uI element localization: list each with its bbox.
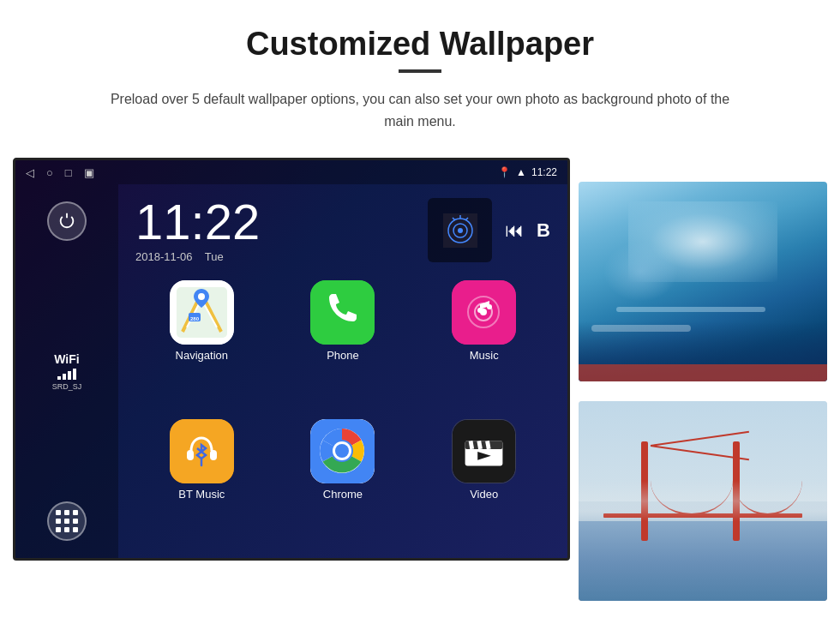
media-icon-box xyxy=(428,198,492,262)
clock-date-value: 2018-11-06 xyxy=(135,250,193,263)
status-left: ◁ ○ □ ▣ xyxy=(26,166,94,179)
media-controls: ⏮ B xyxy=(428,198,550,262)
app-item-music[interactable]: Music xyxy=(417,280,550,411)
center-content: 11:22 2018-11-06 Tue xyxy=(118,184,567,558)
wifi-bar-3 xyxy=(68,371,71,380)
app-label-navigation: Navigation xyxy=(176,349,228,362)
wallpaper-panel: CarSetting xyxy=(579,182,827,601)
carsetting-label: CarSetting xyxy=(676,385,729,398)
status-time: 11:22 xyxy=(531,166,557,178)
page-description: Preload over 5 default wallpaper options… xyxy=(99,88,741,132)
sidebar: WiFi SRD_SJ xyxy=(15,184,118,558)
clock-time: 11:22 xyxy=(135,197,260,247)
status-right: 📍 ▲ 11:22 xyxy=(498,166,557,178)
wifi-ssid: SRD_SJ xyxy=(52,382,82,391)
app-label-phone: Phone xyxy=(327,349,359,362)
svg-point-6 xyxy=(198,293,205,300)
svg-rect-9 xyxy=(310,280,375,345)
wifi-bars xyxy=(57,369,76,380)
app-item-bt-music[interactable]: BT Music xyxy=(135,419,268,549)
app-item-video[interactable]: Video xyxy=(417,419,550,549)
app-item-chrome[interactable]: Chrome xyxy=(277,419,410,549)
wifi-bar-1 xyxy=(57,376,61,380)
recent-nav-icon[interactable]: □ xyxy=(65,166,72,179)
media-letter: B xyxy=(537,219,550,242)
wifi-bar-2 xyxy=(63,374,66,380)
svg-point-15 xyxy=(487,304,492,309)
svg-rect-17 xyxy=(187,450,194,460)
prev-track-button[interactable]: ⏮ xyxy=(505,219,524,242)
cam-nav-icon[interactable]: ▣ xyxy=(84,166,94,179)
location-icon: 📍 xyxy=(498,166,511,178)
clock-area: 11:22 2018-11-06 Tue xyxy=(118,184,567,272)
svg-point-14 xyxy=(477,308,483,313)
carsetting-area: CarSetting xyxy=(579,385,827,398)
title-divider xyxy=(399,69,441,73)
svg-text:280: 280 xyxy=(190,316,200,321)
app-item-phone[interactable]: Phone xyxy=(277,280,410,411)
screen-content: WiFi SRD_SJ xyxy=(15,184,567,558)
power-button[interactable] xyxy=(47,201,87,241)
signal-icon: ▲ xyxy=(516,166,526,178)
grid-dots-icon xyxy=(56,510,78,532)
wifi-label: WiFi xyxy=(54,352,79,366)
page-title: Customized Wallpaper xyxy=(246,26,594,63)
clock-date: 2018-11-06 Tue xyxy=(135,250,260,263)
svg-rect-18 xyxy=(210,450,217,460)
home-nav-icon[interactable]: ○ xyxy=(46,166,53,179)
clock-day: Tue xyxy=(205,250,224,263)
wallpaper-ice xyxy=(579,182,827,381)
app-label-bt-music: BT Music xyxy=(178,488,225,501)
svg-point-23 xyxy=(335,444,349,458)
wifi-bar-4 xyxy=(73,369,76,380)
back-nav-icon[interactable]: ◁ xyxy=(26,166,34,179)
wifi-widget: WiFi SRD_SJ xyxy=(52,352,82,391)
device-wrapper: ◁ ○ □ ▣ 📍 ▲ 11:22 WiFi xyxy=(13,158,827,601)
app-grid: 280 Navigation Phone xyxy=(118,272,567,558)
app-label-chrome: Chrome xyxy=(323,488,363,501)
android-screen: ◁ ○ □ ▣ 📍 ▲ 11:22 WiFi xyxy=(13,158,570,561)
wallpaper-bridge xyxy=(579,401,827,601)
status-bar: ◁ ○ □ ▣ 📍 ▲ 11:22 xyxy=(15,160,567,184)
clock-display: 11:22 2018-11-06 Tue xyxy=(135,197,260,263)
app-item-navigation[interactable]: 280 Navigation xyxy=(135,280,268,411)
app-label-music: Music xyxy=(470,349,499,362)
svg-point-3 xyxy=(458,228,463,233)
app-label-video: Video xyxy=(470,488,498,501)
apps-button[interactable] xyxy=(47,501,87,541)
